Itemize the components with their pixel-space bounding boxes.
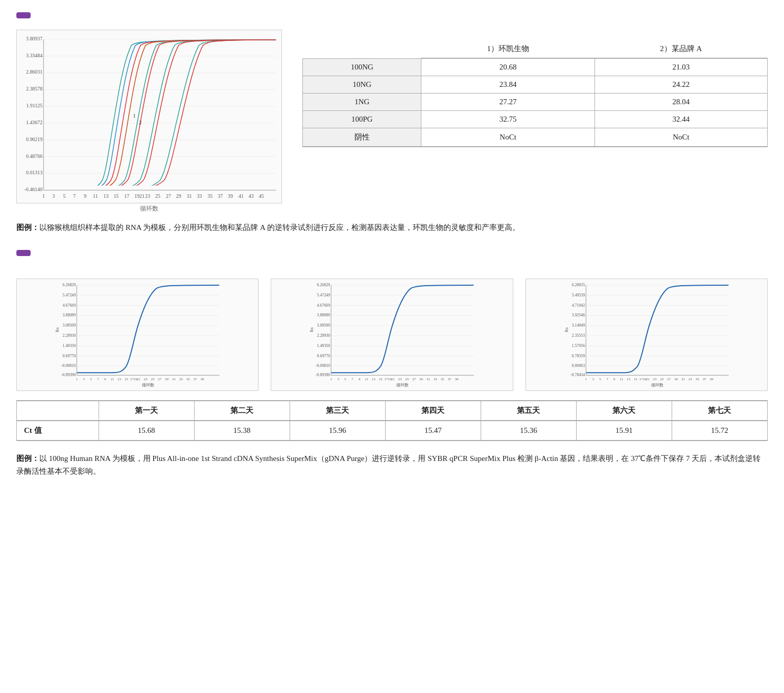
chart-day3-svg: 6.26829 5.47249 4.67669 3.88089 3.08509 …: [271, 279, 512, 390]
svg-text:3.33484: 3.33484: [26, 53, 42, 58]
svg-text:23: 23: [145, 193, 150, 199]
svg-text:11: 11: [620, 377, 623, 381]
stability-table-cell: 15.96: [290, 421, 385, 441]
svg-text:37: 37: [702, 377, 706, 381]
svg-text:5.49539: 5.49539: [572, 292, 585, 297]
svg-text:15: 15: [634, 377, 637, 381]
svg-text:2.28930: 2.28930: [63, 333, 76, 337]
svg-text:15: 15: [125, 377, 128, 381]
svg-text:3: 3: [53, 193, 55, 199]
col-header-brandA: 2）某品牌 A: [595, 40, 767, 58]
svg-text:37: 37: [218, 193, 223, 199]
svg-text:25: 25: [660, 377, 663, 381]
svg-text:-0.78434: -0.78434: [571, 373, 585, 377]
svg-text:3: 3: [592, 377, 594, 381]
svg-text:7: 7: [606, 377, 608, 381]
svg-rect-93: [331, 281, 474, 375]
svg-text:1: 1: [76, 377, 78, 381]
stability-col-header: 第五天: [481, 401, 576, 421]
svg-text:41: 41: [239, 193, 244, 199]
svg-text:13: 13: [627, 377, 630, 381]
svg-text:9: 9: [359, 377, 361, 381]
svg-text:35: 35: [441, 377, 444, 381]
svg-text:2.38578: 2.38578: [26, 86, 42, 91]
svg-text:3.08509: 3.08509: [317, 323, 330, 328]
svg-text:5.47249: 5.47249: [63, 292, 76, 297]
svg-text:25: 25: [155, 193, 160, 199]
svg-text:0.69770: 0.69770: [317, 353, 330, 358]
stability-table-cell: 15.38: [194, 421, 290, 441]
comparison-table-wrap: 1）环凯生物 2）某品牌 A 100NG20.6821.0310NG23.842…: [302, 30, 768, 147]
svg-text:37: 37: [194, 377, 197, 381]
svg-text:7: 7: [97, 377, 99, 381]
svg-text:23: 23: [653, 377, 656, 381]
svg-text:9: 9: [613, 377, 615, 381]
svg-text:6.28035: 6.28035: [572, 282, 585, 287]
svg-text:-0.89390: -0.89390: [61, 373, 76, 377]
comparison-table-cell: 21.03: [595, 58, 767, 76]
svg-text:-0.09810: -0.09810: [61, 363, 76, 368]
comparison-table-cell: 27.27: [421, 94, 595, 111]
svg-text:33: 33: [688, 377, 692, 381]
section2-badge: [16, 250, 31, 256]
stability-table-cell: 15.36: [481, 421, 576, 441]
svg-text:29: 29: [420, 377, 423, 381]
stability-col-header: 第一天: [99, 401, 194, 421]
svg-text:27: 27: [166, 193, 171, 199]
svg-text:25: 25: [406, 377, 409, 381]
svg-text:7: 7: [73, 193, 76, 199]
stability-col-header: [17, 401, 99, 421]
svg-text:2: 2: [139, 119, 141, 125]
stability-table-cell: 15.68: [99, 421, 194, 441]
svg-text:5: 5: [63, 193, 65, 199]
svg-text:3.92546: 3.92546: [572, 313, 585, 317]
svg-rect-138: [586, 281, 728, 375]
stability-col-header: 第二天: [194, 401, 290, 421]
svg-text:45: 45: [259, 193, 264, 199]
stability-col-header: 第六天: [576, 401, 672, 421]
svg-text:25: 25: [151, 377, 154, 381]
svg-text:33: 33: [179, 377, 183, 381]
svg-text:循环数: 循环数: [142, 383, 154, 387]
top-section: 3.80937 3.33484 2.86031 2.38578 1.91125 …: [16, 30, 768, 213]
caption2: 图例：以 100ng Human RNA 为模板，用 Plus All-in-o…: [16, 452, 768, 478]
comparison-table-cell: 100NG: [303, 58, 421, 76]
svg-text:3: 3: [338, 377, 340, 381]
svg-text:11: 11: [365, 377, 369, 381]
chart-day1-svg: 6.26829 5.47249 4.67669 3.88089 3.08509 …: [17, 279, 258, 390]
svg-text:35: 35: [186, 377, 190, 381]
chart-day3: 6.26829 5.47249 4.67669 3.88089 3.08509 …: [271, 279, 513, 391]
stability-table-cell: 15.91: [576, 421, 672, 441]
chart1-xlabel: 循环数: [16, 204, 282, 213]
stability-col-header: 第三天: [290, 401, 385, 421]
comparison-table-row: 1NG27.2728.04: [303, 94, 768, 111]
svg-rect-48: [77, 281, 219, 375]
svg-text:29: 29: [176, 193, 181, 199]
svg-text:Rn: Rn: [564, 327, 568, 332]
svg-text:15: 15: [113, 193, 118, 199]
svg-text:0.96219: 0.96219: [26, 136, 42, 142]
svg-text:13: 13: [372, 377, 375, 381]
svg-text:5: 5: [90, 377, 92, 381]
svg-text:21: 21: [137, 377, 140, 381]
svg-text:9: 9: [84, 193, 86, 199]
chart-day7: 6.28035 5.49539 4.71042 3.92546 3.14049 …: [526, 279, 768, 391]
comparison-table-cell: NoCt: [595, 128, 767, 147]
svg-text:31: 31: [187, 193, 192, 199]
comparison-table-cell: 32.75: [421, 111, 595, 128]
col-header-empty: [303, 40, 421, 58]
col-header-huankai: 1）环凯生物: [421, 40, 595, 58]
svg-text:15: 15: [379, 377, 383, 381]
chart-day3-wrap: 6.26829 5.47249 4.67669 3.88089 3.08509 …: [271, 279, 513, 394]
svg-text:3.14049: 3.14049: [572, 323, 585, 328]
stability-col-header: 第四天: [385, 401, 481, 421]
svg-text:6.26829: 6.26829: [317, 282, 330, 287]
svg-text:27: 27: [667, 377, 671, 381]
svg-text:9: 9: [104, 377, 106, 381]
svg-text:31: 31: [172, 377, 176, 381]
svg-text:23: 23: [398, 377, 402, 381]
svg-text:1.49350: 1.49350: [63, 343, 76, 348]
comparison-table-row: 10NG23.8424.22: [303, 76, 768, 94]
svg-text:6.26829: 6.26829: [63, 282, 76, 287]
pcr-chart-box: 3.80937 3.33484 2.86031 2.38578 1.91125 …: [16, 30, 282, 203]
